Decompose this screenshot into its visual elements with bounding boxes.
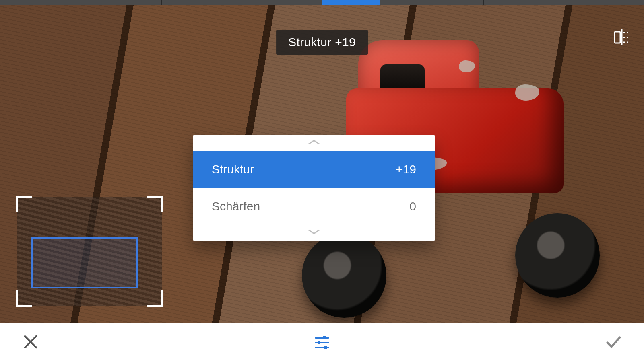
chevron-up-icon	[307, 138, 321, 147]
picker-row-struktur[interactable]: Struktur +19	[193, 151, 435, 188]
picker-row-value: +19	[396, 162, 416, 176]
confirm-button[interactable]	[601, 330, 626, 356]
value-slider-fill	[322, 0, 380, 5]
navigator-loupe[interactable]	[17, 197, 162, 306]
cancel-button[interactable]	[18, 330, 43, 356]
compare-button[interactable]	[611, 27, 633, 49]
chevron-down-icon	[307, 228, 321, 237]
svg-rect-0	[615, 32, 620, 43]
picker-row-value: 0	[409, 200, 416, 213]
crop-corner-icon	[16, 196, 32, 212]
crop-corner-icon	[147, 196, 163, 212]
crop-corner-icon	[147, 290, 163, 307]
svg-rect-10	[318, 341, 320, 344]
crop-corner-icon	[16, 290, 32, 307]
svg-rect-12	[324, 346, 327, 349]
editor-stage: Struktur +19 Struktur +19 Schärfen 0	[0, 0, 644, 362]
picker-row-label: Struktur	[212, 162, 254, 176]
navigator-viewport[interactable]	[31, 237, 138, 288]
bottom-toolbar	[0, 323, 644, 362]
picker-up[interactable]	[193, 135, 435, 151]
compare-icon	[612, 28, 632, 49]
picker-row-label: Schärfen	[212, 200, 260, 213]
adjust-button[interactable]	[309, 330, 335, 356]
tune-icon	[313, 333, 331, 352]
svg-rect-8	[323, 336, 326, 339]
close-icon	[22, 333, 39, 352]
value-toast-text: Struktur +19	[288, 35, 356, 49]
picker-down[interactable]	[193, 225, 435, 241]
value-toast: Struktur +19	[276, 30, 368, 55]
picker-row-schaerfen[interactable]: Schärfen 0	[193, 188, 435, 225]
parameter-picker[interactable]: Struktur +19 Schärfen 0	[193, 135, 435, 241]
value-slider[interactable]	[0, 0, 644, 5]
check-icon	[605, 333, 622, 352]
